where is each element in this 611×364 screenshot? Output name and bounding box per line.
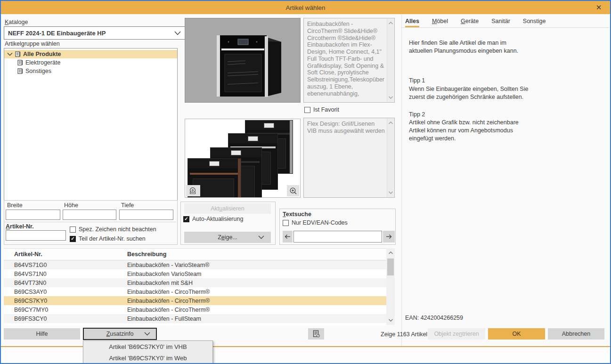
tab-möbel[interactable]: Möbel <box>432 18 448 27</box>
cell-beschreibung: Einbaubacköfen - FullSteam <box>124 315 201 322</box>
teil-artikelnr-label: Teil der Artikel-Nr. suchen <box>79 235 146 242</box>
tab-alles[interactable]: Alles <box>405 18 419 27</box>
scroll-up-icon[interactable] <box>387 20 394 26</box>
auto-aktualisierung-checkbox[interactable]: Auto-Aktualisierung <box>183 216 243 222</box>
chevron-down-icon <box>174 31 181 35</box>
measure-button[interactable] <box>186 185 200 196</box>
search-prev-button[interactable] <box>283 231 293 243</box>
tipp2-text: Artikel ohne Grafik bzw. nicht zeichenba… <box>409 119 597 143</box>
dialog-title: Artikel wählen <box>285 4 325 11</box>
checkbox-box[interactable] <box>183 216 189 222</box>
filter-group-divider <box>4 222 176 222</box>
tree-item-label: Sonstiges <box>25 68 51 74</box>
table-row[interactable]: B64VT73N0Einbaubackofen mit S&H <box>4 278 386 287</box>
description-scrollbar[interactable] <box>387 19 394 102</box>
checkbox-box[interactable] <box>70 226 76 233</box>
abbrechen-button[interactable]: Abbrechen <box>548 328 604 340</box>
textsuche-label: Textsuche <box>283 211 311 218</box>
ist-favorit-checkbox[interactable]: Ist Favorit <box>304 106 339 113</box>
chevron-down-icon[interactable] <box>7 52 13 56</box>
arrow-right-icon <box>386 234 392 239</box>
zusatzinfo-label: Zusatzinfo <box>106 331 134 337</box>
right-panel-divider <box>401 14 402 346</box>
spez-zeichen-label: Spez. Zeichen nicht beachten <box>79 226 156 233</box>
search-next-button[interactable] <box>383 231 395 243</box>
zusatzinfo-menu: Artikel 'B69CS7KY0' im VHBArtikel 'B69CS… <box>83 340 213 364</box>
cell-artikelnr: B64VT73N0 <box>4 280 124 286</box>
scroll-up-icon[interactable] <box>387 120 394 126</box>
scroll-up-icon[interactable] <box>386 249 395 257</box>
cell-artikelnr: B69CS7KY0 <box>4 298 124 304</box>
table-row[interactable]: B64VS71N0Einbaubackofen VarioSteam <box>4 269 386 278</box>
tiefe-input[interactable] <box>119 210 173 220</box>
catalog-page-icon <box>17 68 23 74</box>
table-scrollbar[interactable] <box>386 248 395 325</box>
tab-sanitär[interactable]: Sanitär <box>491 18 510 27</box>
ean-value: EAN: 4242004266259 <box>405 315 463 321</box>
hoehe-label: Höhe <box>64 202 78 209</box>
table-header[interactable]: Artikel-Nr. Beschreibung <box>4 249 386 260</box>
textsuche-input[interactable] <box>293 231 382 243</box>
note-scrollbar[interactable] <box>387 119 394 197</box>
catalog-page-icon <box>15 51 21 57</box>
scroll-down-icon[interactable] <box>386 316 395 324</box>
article-count-text: Zeige 1163 Artikel <box>381 331 427 338</box>
table-row[interactable]: B69CS3AY0Einbaubacköfen - CircoTherm® <box>4 287 386 296</box>
katalog-select[interactable]: NEFF 2024-1 DE Einbaugeräte HP <box>4 26 185 40</box>
teil-artikelnr-checkbox[interactable]: Teil der Artikel-Nr. suchen <box>70 235 146 242</box>
article-report-button[interactable] <box>308 328 324 340</box>
article-table[interactable]: Artikel-Nr. Beschreibung B64VS71G0Einbau… <box>4 248 386 325</box>
table-row[interactable]: B69CY7MY0Einbaubacköfen - CircoTherm® <box>4 305 386 314</box>
cell-beschreibung: Einbaubackofen VarioSteam <box>124 271 202 277</box>
tab-sonstige[interactable]: Sonstige <box>523 18 546 27</box>
zusatzinfo-button[interactable]: Zusatzinfo <box>83 328 157 340</box>
scrollbar-thumb[interactable] <box>387 259 394 275</box>
tree-item-alle-produkte[interactable]: Alle Produkte <box>4 50 177 58</box>
hilfe-button[interactable]: Hilfe <box>4 328 80 340</box>
oven-render <box>185 18 300 102</box>
spez-zeichen-checkbox[interactable]: Spez. Zeichen nicht beachten <box>70 226 156 233</box>
zoom-button[interactable] <box>287 185 299 196</box>
zeige-label: Zeige... <box>218 234 237 241</box>
tree-item-label: Elektrogeräte <box>25 59 60 66</box>
article-description-box: Einbaubacköfen - CircoTherm® Slide&Hide®… <box>303 18 395 103</box>
ok-button[interactable]: OK <box>488 328 545 340</box>
menu-item-web[interactable]: Artikel 'B69CS7KY0' im Web <box>83 352 212 364</box>
katalog-selected-value: NEFF 2024-1 DE Einbaugeräte HP <box>8 30 106 37</box>
scroll-down-icon[interactable] <box>387 94 394 101</box>
document-badge-icon <box>313 330 320 338</box>
cell-beschreibung: NEFF <box>124 324 143 326</box>
artikelnr-input[interactable] <box>6 230 66 241</box>
checkbox-box[interactable] <box>304 107 310 113</box>
nur-edv-checkbox[interactable]: Nur EDV/EAN-Codes <box>283 219 348 226</box>
auto-aktualisierung-label: Auto-Aktualisierung <box>192 216 243 222</box>
zeige-button[interactable]: Zeige... <box>184 232 271 243</box>
breite-input[interactable] <box>6 210 60 220</box>
table-row[interactable]: B64VS71G0Einbaubacköfen - VarioSteam® <box>4 260 386 269</box>
tab-geräte[interactable]: Geräte <box>461 18 479 27</box>
table-row[interactable]: B69VS73G0NEFF <box>4 323 386 325</box>
aktualisieren-button[interactable]: Aktualisieren <box>184 203 271 214</box>
tree-item-elektroger-te[interactable]: Elektrogeräte <box>4 58 177 67</box>
scroll-down-icon[interactable] <box>387 189 394 196</box>
artikelgruppe-tree[interactable]: Alle ProdukteElektrogeräteSonstiges <box>4 48 178 201</box>
column-header-beschreibung[interactable]: Beschreibung <box>124 251 166 258</box>
table-row[interactable]: B69CS7KY0Einbaubacköfen - CircoTherm® <box>4 296 386 305</box>
checkbox-box[interactable] <box>70 236 76 242</box>
zoom-in-icon <box>289 187 297 195</box>
table-row[interactable]: B69FS3CY0Einbaubacköfen - FullSteam <box>4 314 386 323</box>
nur-edv-label: Nur EDV/EAN-Codes <box>292 219 348 226</box>
objekt-zentrieren-button[interactable]: Objekt zentrieren <box>428 328 485 340</box>
hoehe-input[interactable] <box>63 210 116 220</box>
checkbox-box[interactable] <box>283 220 289 226</box>
tipp2-title: Tipp 2 <box>409 111 425 118</box>
close-icon[interactable]: ✕ <box>594 3 603 12</box>
kataloge-label: Kataloge <box>5 19 28 25</box>
ist-favorit-label: Ist Favorit <box>313 106 339 113</box>
cell-artikelnr: B69CS3AY0 <box>4 289 124 295</box>
tree-item-sonstiges[interactable]: Sonstiges <box>4 67 177 75</box>
column-header-artikelnr[interactable]: Artikel-Nr. <box>4 251 124 258</box>
menu-item-vhb[interactable]: Artikel 'B69CS7KY0' im VHB <box>83 341 212 352</box>
product-3d-preview <box>185 18 301 103</box>
article-description-text: Einbaubacköfen - CircoTherm® Slide&Hide®… <box>307 21 385 100</box>
